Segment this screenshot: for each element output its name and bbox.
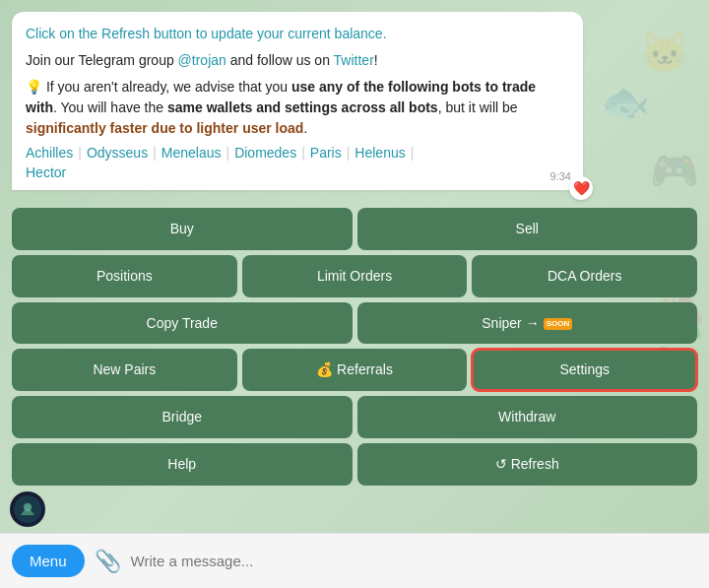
btn-row-4: New Pairs 💰Referrals Settings <box>12 349 697 391</box>
sniper-button[interactable]: Sniper →SOON <box>357 302 698 345</box>
bot-link-menelaus[interactable]: Menelaus <box>161 145 222 161</box>
btn-row-1: Buy Sell <box>12 208 697 250</box>
chat-container: Click on the Refresh button to update yo… <box>0 0 709 588</box>
btn-row-2: Positions Limit Orders DCA Orders <box>12 255 697 297</box>
bot-link-paris[interactable]: Paris <box>310 145 342 161</box>
heart-reaction: ❤️ <box>569 176 593 200</box>
message-line1: Click on the Refresh button to update yo… <box>26 24 569 44</box>
buy-button[interactable]: Buy <box>12 208 353 250</box>
sell-button[interactable]: Sell <box>357 208 698 250</box>
bot-links-2: Hector <box>26 164 569 180</box>
referrals-button[interactable]: 💰Referrals <box>242 349 468 391</box>
bot-links: Achilles | Odysseus | Menelaus | Diomede… <box>26 145 569 161</box>
dca-orders-button[interactable]: DCA Orders <box>472 255 697 297</box>
bot-link-helenus[interactable]: Helenus <box>354 145 405 161</box>
bot-link-diomedes[interactable]: Diomedes <box>234 145 296 161</box>
positions-button[interactable]: Positions <box>12 255 237 297</box>
buttons-grid: Buy Sell Positions Limit Orders DCA Orde… <box>12 208 697 486</box>
help-button[interactable]: Help <box>12 443 353 486</box>
message-line2: Join our Telegram group @trojan and foll… <box>26 50 569 71</box>
bot-link-odysseus[interactable]: Odysseus <box>87 145 148 161</box>
refresh-button[interactable]: ↺ Refresh <box>357 443 698 486</box>
bridge-button[interactable]: Bridge <box>12 396 353 438</box>
btn-row-5: Bridge Withdraw <box>12 396 697 438</box>
copy-trade-button[interactable]: Copy Trade <box>12 302 353 345</box>
withdraw-button[interactable]: Withdraw <box>357 396 698 438</box>
message-bubble: Click on the Refresh button to update yo… <box>12 12 583 190</box>
bot-link-achilles[interactable]: Achilles <box>26 145 73 161</box>
refresh-instruction: Click on the Refresh button to update yo… <box>26 26 387 41</box>
coin-icon: 💰 <box>316 361 333 377</box>
bot-link-hector[interactable]: Hector <box>26 164 66 180</box>
btn-row-3: Copy Trade Sniper →SOON <box>12 302 697 345</box>
btn-row-6: Help ↺ Refresh <box>12 443 697 486</box>
new-pairs-button[interactable]: New Pairs <box>12 349 237 391</box>
limit-orders-button[interactable]: Limit Orders <box>242 255 468 297</box>
message-timestamp: 9:34 <box>550 170 571 182</box>
twitter-link[interactable]: Twitter <box>334 52 374 68</box>
soon-badge: SOON <box>544 318 573 330</box>
telegram-link[interactable]: @trojan <box>178 52 226 68</box>
settings-button[interactable]: Settings <box>472 349 697 391</box>
message-line3: 💡 If you aren't already, we advise that … <box>26 77 569 139</box>
